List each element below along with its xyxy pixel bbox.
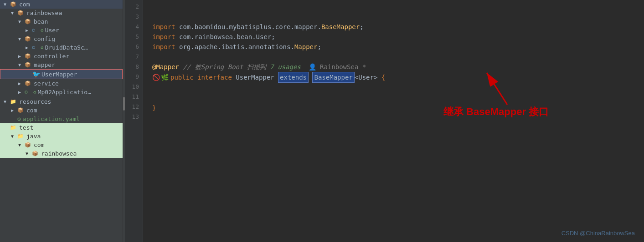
keyword: import: [152, 32, 179, 42]
file-tree: ▼ 📦 com ▼ 📦 rainbowsea ▼ 📦 bean ▶ © ♻ Us…: [0, 0, 123, 242]
arrow-icon: ▼: [26, 151, 32, 156]
line-numbers: 2 3 4 5 6 7 8 9 10 11 12 13: [125, 0, 143, 242]
tree-item-config[interactable]: ▼ 📦 config: [0, 35, 123, 43]
keyword-interface: interface: [197, 72, 236, 82]
gutter-icons: 🚫 🌿: [152, 72, 169, 82]
tree-item-resources[interactable]: ▼ 📁 resources: [0, 97, 123, 106]
annotation: @Mapper: [152, 62, 179, 72]
comment: // 被Spring Boot 扫描到: [179, 62, 270, 72]
tree-label: mapper: [34, 61, 55, 68]
test-section: 📁 test ▼ 📁 java ▼ 📦 com ▼ 📦 rainbowsea: [0, 123, 123, 158]
arrow-icon: ▶: [18, 90, 25, 95]
code-line-13: [152, 113, 644, 123]
tree-label: UserMapper: [41, 71, 77, 78]
code-text: org.apache.ibatis.annotations.: [179, 42, 294, 52]
code-line-5: import com.rainbowsea.bean.User;: [152, 32, 644, 42]
tree-item-user[interactable]: ▶ © ♻ User: [0, 26, 123, 35]
extends-keyword: extends: [278, 72, 309, 83]
tree-label: rainbowsea: [26, 10, 62, 16]
code-line-4: import com.baomidou.mybatisplus.core.map…: [152, 22, 644, 32]
arrow-icon: ▼: [11, 134, 17, 139]
tree-label: resources: [19, 98, 51, 105]
code-text: com.baomidou.mybatisplus.core.mapper.: [179, 22, 321, 32]
tree-item-application-yaml[interactable]: ⚙ application.yaml: [0, 115, 123, 123]
code-text: User: [256, 32, 272, 42]
tree-label: DruidDataSc…: [45, 44, 88, 51]
no-run-icon: 🚫: [152, 72, 160, 82]
arrow-icon: ▶: [11, 108, 17, 113]
tree-item-test-rainbowsea[interactable]: ▼ 📦 rainbowsea: [0, 149, 123, 158]
arrow-icon: ▼: [18, 62, 25, 67]
interface-name: UserMapper: [236, 72, 278, 82]
code-editor: 2 3 4 5 6 7 8 9 10 11 12 13 import com.b…: [125, 0, 644, 242]
code-text: Mapper: [294, 42, 318, 52]
tree-label: test: [19, 124, 33, 131]
keyword-public: public: [170, 72, 197, 82]
tree-label: com: [34, 141, 44, 148]
code-line-2: [152, 2, 644, 12]
tree-label: Mp02Applicatio…: [38, 89, 91, 96]
code-line-9: 🚫 🌿 public interface UserMapper extends …: [152, 72, 644, 83]
tree-label: User: [45, 27, 59, 34]
code-line-11: [152, 93, 644, 103]
tree-item-test[interactable]: 📁 test: [0, 123, 123, 132]
keyword: import: [152, 22, 179, 32]
watermark-text: CSDN @ChinaRainbowSea: [562, 230, 635, 237]
arrow-icon: ▼: [4, 2, 10, 7]
tree-label: config: [34, 35, 55, 42]
tree-label: com: [26, 107, 37, 114]
brace-open: {: [381, 72, 385, 82]
keyword: import: [152, 42, 179, 52]
basemapper-keyword: BaseMapper: [312, 72, 354, 83]
arrow-icon: ▼: [18, 19, 25, 24]
user-info: 👤 RainbowSea *: [301, 62, 366, 72]
tree-item-java[interactable]: ▼ 📁 java: [0, 132, 123, 141]
arrow-icon: ▶: [26, 28, 32, 33]
arrow-icon: ▼: [18, 36, 25, 41]
tree-item-mp02app[interactable]: ▶ © ♻ Mp02Applicatio…: [0, 88, 123, 96]
brace-close: }: [152, 103, 156, 113]
tree-item-bean[interactable]: ▼ 📦 bean: [0, 17, 123, 26]
tree-item-service[interactable]: ▶ 📦 service: [0, 79, 123, 88]
arrow-icon: ▼: [11, 10, 17, 15]
tree-label: application.yaml: [23, 116, 80, 122]
code-text: ;: [360, 22, 363, 32]
code-text: ;: [317, 42, 321, 52]
code-line-7: [152, 52, 644, 62]
code-line-10: [152, 83, 644, 93]
tree-item-test-com[interactable]: ▼ 📦 com: [0, 141, 123, 149]
arrow-icon: ▶: [18, 54, 25, 59]
tree-item-controller[interactable]: ▶ 📦 controller: [0, 52, 123, 60]
usage-count: 7 usages: [270, 62, 300, 72]
tree-label: java: [26, 133, 41, 140]
tree-label: com: [19, 1, 30, 8]
tree-item-com[interactable]: ▼ 📦 com: [0, 0, 123, 9]
code-line-12: }: [152, 103, 644, 113]
watermark: CSDN @ChinaRainbowSea: [562, 230, 635, 237]
tree-item-res-com[interactable]: ▶ 📦 com: [0, 106, 123, 115]
code-line-6: import org.apache.ibatis.annotations.Map…: [152, 42, 644, 52]
tree-item-druid[interactable]: ▶ © ♻ DruidDataSc…: [0, 43, 123, 52]
tree-item-mapper[interactable]: ▼ 📦 mapper: [0, 60, 123, 69]
tree-item-usermapper[interactable]: 🐦 UserMapper: [0, 69, 123, 79]
arrow-icon: ▼: [18, 142, 25, 147]
arrow-icon: ▼: [4, 99, 10, 104]
tree-item-rainbowsea[interactable]: ▼ 📦 rainbowsea: [0, 9, 123, 17]
tree-label: service: [34, 80, 59, 87]
spring-icon: 🌿: [161, 72, 169, 82]
tree-label: rainbowsea: [41, 150, 77, 157]
code-content[interactable]: import com.baomidou.mybatisplus.core.map…: [143, 0, 644, 242]
tree-label: bean: [34, 18, 48, 25]
code-line-3: [152, 12, 644, 22]
code-text: com.rainbowsea.bean.: [179, 32, 256, 42]
arrow-icon: ▶: [18, 81, 25, 86]
tree-label: controller: [34, 53, 69, 60]
code-text: BaseMapper: [321, 22, 360, 32]
type-param: <User>: [355, 72, 381, 82]
code-line-8: @Mapper // 被Spring Boot 扫描到 7 usages 👤 R…: [152, 62, 644, 72]
arrow-icon: ▶: [26, 45, 32, 50]
code-text: ;: [271, 32, 275, 42]
